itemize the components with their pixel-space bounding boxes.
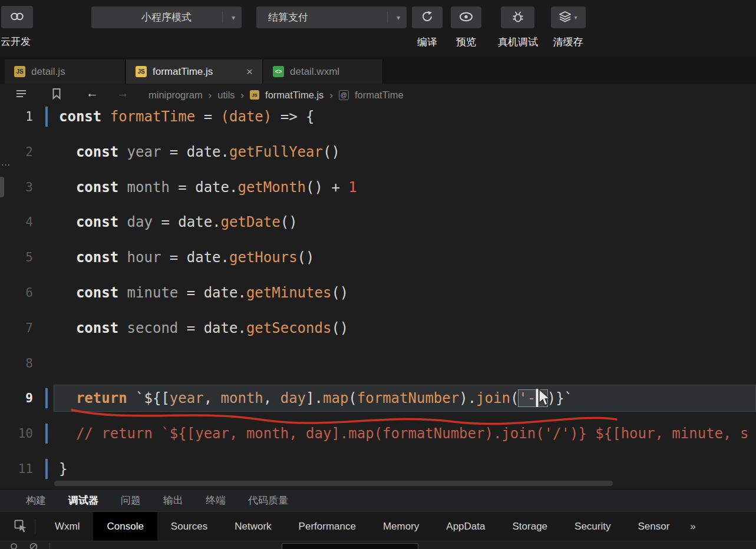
build-tab-5[interactable]: 代码质量 [248, 494, 288, 507]
page-dropdown-value: 结算支付 [268, 11, 308, 24]
code-token: ( [510, 390, 519, 406]
code-token: join [476, 390, 510, 406]
divider [35, 519, 35, 534]
preview-button[interactable] [451, 6, 481, 28]
build-tab-2[interactable]: 问题 [121, 494, 141, 507]
code-token: month [221, 390, 263, 406]
devtools-tab-sensor[interactable]: Sensor [624, 512, 683, 541]
chevron-down-icon: ▾ [232, 14, 235, 22]
build-tab-3[interactable]: 输出 [163, 494, 183, 507]
navigate-back-icon[interactable]: ← [86, 86, 98, 100]
code-token [59, 179, 76, 196]
code-line-10[interactable]: 10 // return `${[year, month, day].map(f… [0, 416, 756, 451]
wechat-devtools-window: { "toolbar": { "cloud_label": "云开发", "mo… [0, 0, 756, 549]
code-token [59, 249, 76, 266]
cloud-dev-label: 云开发 [1, 35, 31, 48]
code-line-2[interactable]: 2 const year = date.getFullYear() [0, 134, 756, 170]
eye-icon [459, 12, 473, 24]
devtools-tab-network[interactable]: Network [221, 512, 285, 541]
code-line-6[interactable]: 6 const minute = date.getMinutes() [0, 275, 756, 310]
breadcrumb-folder[interactable]: utils [217, 90, 235, 101]
code-token: '- [519, 390, 536, 406]
sidebar-drag-handle[interactable] [0, 177, 4, 197]
line-number[interactable]: 10 [0, 416, 33, 451]
horizontal-scrollbar[interactable] [54, 481, 613, 486]
code-token: formatTime [110, 108, 196, 125]
build-tab-4[interactable]: 终端 [206, 494, 226, 507]
layers-icon [559, 11, 571, 24]
build-tab-1[interactable]: 调试器 [68, 494, 98, 507]
code-line-8[interactable]: 8 [0, 346, 756, 381]
cloud-dev-button[interactable] [1, 6, 33, 28]
line-number[interactable]: 5 [0, 240, 33, 275]
line-number[interactable]: 3 [0, 170, 33, 205]
line-number[interactable]: 6 [0, 275, 33, 310]
code-token: formatNumber [357, 390, 459, 406]
settings-icon[interactable] [11, 543, 17, 549]
breadcrumb-symbol[interactable]: formatTime [355, 90, 404, 101]
bookmark-icon[interactable] [51, 88, 62, 102]
devtools-tab-appdata[interactable]: AppData [433, 512, 499, 541]
tab-detail-wxml[interactable]: <> detail.wxml [263, 59, 383, 84]
collapsed-sidebar-ellipsis[interactable]: … [1, 157, 11, 168]
line-number[interactable]: 4 [0, 204, 33, 240]
remote-debug-label[interactable]: 真机调试 [496, 35, 540, 49]
breadcrumb: miniprogram › utils › JS formatTime.js ›… [148, 84, 404, 106]
devtools-tab-security[interactable]: Security [561, 512, 624, 541]
mode-dropdown[interactable]: 小程序模式 ▾ [91, 6, 242, 28]
breadcrumb-file[interactable]: formatTime.js [265, 90, 323, 101]
devtools-tab-memory[interactable]: Memory [369, 512, 433, 541]
code-line-5[interactable]: 5 const hour = date.getHours() [0, 240, 756, 275]
code-line-9[interactable]: 9 return `${[year, month, day].map(forma… [0, 381, 756, 416]
breadcrumb-folder[interactable]: miniprogram [148, 90, 203, 101]
clear-console-icon[interactable] [29, 543, 38, 549]
preview-label[interactable]: 预览 [451, 35, 481, 49]
code-token: day [127, 214, 153, 230]
line-number[interactable]: 7 [0, 310, 33, 346]
code-line-3[interactable]: 3 const month = date.getMonth() + 1 [0, 170, 756, 205]
code-text: // return `${[year, month, day].map(form… [59, 416, 748, 451]
js-file-icon: JS [136, 66, 147, 77]
code-token: , [263, 390, 280, 406]
code-token: hour [127, 249, 161, 266]
devtools-tab-console[interactable]: Console [93, 512, 157, 541]
devtools-tab-storage[interactable]: Storage [499, 512, 562, 541]
clear-cache-button[interactable]: ▾ [551, 6, 586, 28]
console-toolbar-strip [0, 541, 756, 549]
changed-line-indicator [45, 388, 48, 408]
code-token: getSeconds [246, 320, 332, 336]
build-tab-0[interactable]: 构建 [26, 494, 46, 507]
devtools-tab-performance[interactable]: Performance [285, 512, 369, 541]
console-filter-input[interactable] [282, 543, 418, 549]
code-token: = [161, 144, 186, 160]
compile-button[interactable] [412, 6, 443, 28]
page-dropdown[interactable]: 结算支付 ▾ [256, 6, 407, 28]
line-number[interactable]: 11 [0, 451, 33, 487]
code-token: () + [306, 179, 348, 196]
devtools-tab-sources[interactable]: Sources [157, 512, 221, 541]
code-token: () [331, 320, 348, 336]
build-tab-bar: 构建调试器问题输出终端代码质量 [0, 489, 756, 511]
compile-label[interactable]: 编译 [412, 35, 443, 49]
devtools-tab-wxml[interactable]: Wxml [41, 512, 93, 541]
tab-detail-js[interactable]: JS detail.js [5, 59, 126, 84]
changed-line-indicator [45, 424, 48, 444]
line-number[interactable]: 9 [0, 381, 33, 416]
tab-formattime-js[interactable]: JS formatTime.js × [126, 59, 263, 84]
remote-debug-button[interactable] [501, 6, 534, 28]
devtools-tabs-host: WxmlConsoleSourcesNetworkPerformanceMemo… [41, 512, 703, 541]
clear-cache-label[interactable]: 清缓存 [549, 35, 587, 49]
navigate-forward-icon[interactable]: → [117, 86, 129, 100]
line-number[interactable]: 1 [0, 106, 33, 134]
outline-list-icon[interactable] [15, 89, 27, 101]
code-line-1[interactable]: 1const formatTime = (date) => { [0, 106, 756, 134]
code-line-4[interactable]: 4 const day = date.getDate() [0, 204, 756, 240]
code-editor[interactable]: 1const formatTime = (date) => {2 const y… [0, 106, 756, 489]
code-token: const [76, 144, 127, 160]
line-number[interactable]: 8 [0, 346, 33, 381]
devtools-tab-overflow-icon[interactable]: » [683, 512, 702, 541]
inspect-element-icon[interactable] [14, 520, 28, 533]
close-tab-icon[interactable]: × [246, 66, 253, 77]
code-text: const hour = date.getHours() [59, 240, 315, 275]
code-line-7[interactable]: 7 const second = date.getSeconds() [0, 310, 756, 346]
